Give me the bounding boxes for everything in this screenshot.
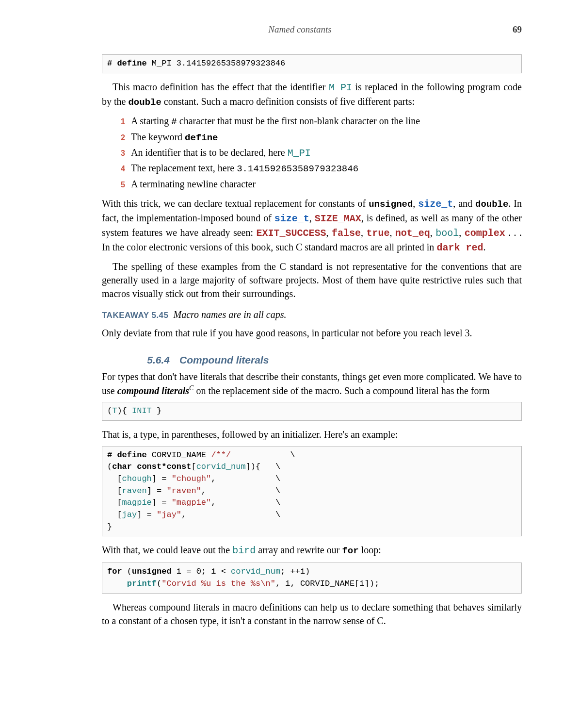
paragraph: The spelling of these examples from the … [102, 260, 522, 300]
string-literal: "raven" [166, 486, 201, 496]
text: ( [157, 579, 161, 588]
paragraph: Only deviate from that rule if you have … [102, 326, 522, 340]
list-number: 5 [116, 179, 125, 191]
section-title: Compound literals [179, 354, 269, 366]
text: , \ [181, 510, 280, 519]
section-number: 5.6.4 [87, 354, 170, 366]
text: , i, CORVID_NAME[i]); [275, 579, 379, 588]
paragraph: With that, we could leave out the bird a… [102, 543, 522, 558]
text: [ [107, 498, 122, 507]
text: on the replacement side of the macro. Su… [193, 385, 489, 396]
text: , [361, 227, 366, 238]
text: ] = [152, 474, 172, 483]
text: [ [191, 462, 196, 471]
keyword-for: for [342, 546, 358, 556]
type-size-t: size_t [274, 213, 309, 224]
text: i = 0; i < [172, 567, 231, 576]
text: ){ [117, 406, 132, 415]
keyword-unsigned: unsigned [369, 199, 413, 210]
comment: /**/ [211, 450, 231, 460]
init-placeholder: INIT [132, 406, 152, 415]
page-header: Named constants 69 [87, 24, 522, 35]
text: ] = [147, 486, 167, 496]
text: ] = [137, 510, 157, 519]
text: The replacement text, here [131, 163, 237, 173]
list-number: 2 [116, 132, 125, 144]
color-dark-red: dark red [436, 242, 483, 253]
text: , [389, 227, 395, 238]
text: , [430, 227, 435, 238]
takeaway-label: TAKEAWAY 5.45 [102, 311, 169, 320]
identifier-mpi: M_PI [288, 148, 311, 159]
text: A starting [131, 116, 171, 126]
list-item: 4The replacement text, here 3.1415926535… [116, 161, 522, 176]
keyword-for: for [107, 567, 122, 576]
identifier: jay [122, 510, 137, 519]
text: This macro definition has the effect tha… [113, 82, 329, 92]
code-for-loop: for (unsigned i = 0; i < corvid_num; ++i… [102, 563, 522, 593]
macro-size-max: SIZE_MAX [315, 213, 361, 224]
numbered-list: 1A starting # character that must be the… [116, 114, 522, 191]
type-size-t: size_t [418, 199, 453, 210]
text: array and rewrite our [256, 545, 342, 555]
macro-exit-success: EXIT_SUCCESS [256, 228, 326, 239]
text: A terminating newline character [131, 177, 256, 192]
define-keyword: define [112, 450, 146, 460]
text: , and [453, 198, 475, 209]
text: ( [107, 462, 112, 471]
macro-false: false [332, 228, 361, 239]
text: [ [107, 474, 122, 483]
type-bool: bool [435, 228, 459, 239]
page-number: 69 [513, 24, 522, 35]
text: . [483, 242, 485, 252]
paragraph: For types that don't have literals that … [102, 370, 522, 397]
text: , [459, 227, 464, 238]
text: An identifier that is to be declared, he… [131, 147, 288, 158]
hash: # [107, 450, 112, 460]
paragraph: This macro definition has the effect tha… [102, 80, 522, 109]
code-literal-form: (T){ INIT } [102, 402, 522, 421]
list-item: 2The keyword define [116, 130, 522, 145]
string-literal: "magpie" [172, 498, 211, 507]
function-printf: printf [127, 579, 157, 588]
identifier-mpi: M_PI [329, 82, 352, 93]
list-item: 5A terminating newline character [116, 177, 522, 192]
keyword-double: double [128, 97, 161, 108]
text: , \ [211, 498, 280, 507]
text: , [413, 198, 418, 209]
paragraph: With this trick, we can declare textual … [102, 197, 522, 255]
text [107, 579, 127, 588]
list-item: 1A starting # character that must be the… [116, 114, 522, 129]
list-number: 1 [116, 116, 125, 128]
macro-true: true [366, 228, 389, 239]
text: , [326, 227, 331, 238]
macro-name: CORVID_NAME [147, 450, 211, 460]
macro-complex: complex [465, 228, 505, 239]
superscript-c: C [189, 384, 193, 392]
identifier: chough [122, 474, 152, 483]
keyword-define: define [185, 132, 218, 143]
text: With this trick, we can declare textual … [102, 198, 369, 209]
text: , \ [201, 486, 280, 496]
hash-symbol: # [107, 59, 112, 68]
type-keywords: char const*const [112, 462, 191, 471]
identifier: magpie [122, 498, 152, 507]
continuation: \ [231, 450, 295, 460]
list-number: 3 [116, 148, 125, 160]
paragraph: That is, a type, in parentheses, followe… [102, 428, 522, 441]
identifier: corvid_num [231, 567, 280, 576]
page: Named constants 69 # define M_PI 3.14159… [0, 0, 580, 728]
takeaway-text: Macro names are in all caps. [174, 309, 287, 320]
text: character that must be the first non-bla… [177, 116, 420, 126]
list-item: 3An identifier that is to be declared, h… [116, 145, 522, 161]
text: The keyword [131, 132, 185, 142]
string-literal: "chough" [172, 474, 211, 483]
text: ( [122, 567, 132, 576]
text: [ [107, 486, 122, 496]
type-placeholder: T [112, 406, 117, 415]
section-heading: 5.6.4 Compound literals [87, 354, 522, 366]
code-text: M_PI 3.14159265358979323846 [147, 59, 286, 68]
macro-not-eq: not_eq [395, 228, 430, 239]
code-define-mpi: # define M_PI 3.14159265358979323846 [102, 54, 522, 73]
term-compound-literals: compound literals [117, 385, 189, 396]
